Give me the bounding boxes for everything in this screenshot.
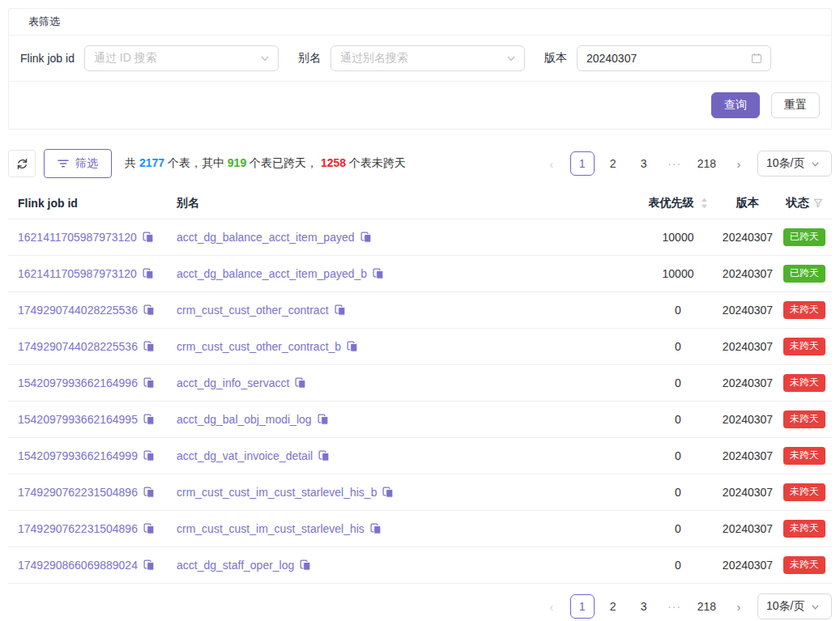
pagination-page-2[interactable]: 2 (601, 594, 625, 619)
job-id-link[interactable]: 1621411705987973120 (18, 267, 137, 280)
filter-footer: 查询 重置 (9, 82, 831, 129)
copy-icon[interactable] (373, 268, 384, 279)
filter-drawer-button[interactable]: 筛选 (44, 149, 112, 178)
page-size-select[interactable]: 10条/页 (757, 151, 832, 177)
copy-icon[interactable] (347, 341, 358, 352)
copy-icon[interactable] (360, 232, 372, 243)
alias-select[interactable]: 通过别名搜索 (330, 45, 525, 71)
version-cell: 20240307 (718, 304, 777, 317)
job-id-link[interactable]: 1749290744028225536 (18, 304, 138, 317)
priority-cell: 0 (637, 413, 718, 426)
column-header-status[interactable]: 状态 (777, 196, 832, 211)
job-id-link[interactable]: 1542097993662164999 (18, 449, 138, 462)
copy-icon[interactable] (143, 232, 154, 243)
refresh-button[interactable] (8, 150, 36, 177)
alias-link[interactable]: acct_dg_vat_invoice_detail (177, 449, 313, 462)
copy-icon[interactable] (143, 377, 155, 389)
version-cell: 20240307 (718, 376, 777, 389)
filter-drawer-button-label: 筛选 (75, 156, 98, 171)
flink-job-id-select[interactable]: 通过 ID 搜索 (84, 45, 279, 71)
copy-icon[interactable] (335, 304, 346, 316)
field-alias: 别名 通过别名搜索 (298, 45, 525, 71)
alias-link[interactable]: crm_cust_cust_im_cust_starlevel_his_b (177, 486, 377, 499)
copy-icon[interactable] (143, 304, 155, 316)
table-row: 1749290744028225536 crm_cust_cust_other_… (8, 329, 832, 365)
copy-icon[interactable] (143, 341, 155, 352)
alias-link[interactable]: acct_dg_info_servacct (177, 376, 289, 389)
alias-placeholder: 通过别名搜索 (340, 51, 408, 66)
pagination-page-1[interactable]: 1 (570, 594, 595, 619)
copy-icon[interactable] (143, 559, 155, 571)
pagination-next-icon[interactable]: › (727, 594, 751, 619)
priority-cell: 0 (637, 486, 718, 499)
pagination-page-3[interactable]: 3 (632, 594, 656, 619)
alias-link[interactable]: crm_cust_cust_other_contract (177, 304, 329, 317)
chevron-down-icon (506, 53, 516, 63)
sorter-icon[interactable] (701, 198, 708, 209)
page-size-select[interactable]: 10条/页 (757, 593, 832, 619)
pagination-next-icon[interactable]: › (727, 151, 751, 176)
alias-link[interactable]: acct_dg_balance_acct_item_payed (177, 231, 355, 244)
column-header-priority[interactable]: 表优先级 (637, 196, 718, 211)
page: 表筛选 Flink job id 通过 ID 搜索 别名 通过别名搜索 (0, 0, 840, 619)
copy-icon[interactable] (143, 450, 155, 461)
filter-card: 表筛选 Flink job id 通过 ID 搜索 别名 通过别名搜索 (8, 8, 832, 130)
table-row: 1621411705987973120 acct_dg_balance_acct… (8, 256, 832, 292)
query-button[interactable]: 查询 (711, 92, 760, 118)
pagination-page-218[interactable]: 218 (693, 594, 720, 619)
copy-icon[interactable] (143, 414, 155, 425)
copy-icon[interactable] (143, 268, 154, 279)
pagination-page-2[interactable]: 2 (601, 151, 625, 176)
column-header-flink-job-id: Flink job id (8, 197, 167, 210)
job-id-link[interactable]: 1542097993662164995 (18, 413, 138, 426)
filter-form: Flink job id 通过 ID 搜索 别名 通过别名搜索 (9, 36, 831, 82)
job-id-link[interactable]: 1542097993662164996 (18, 376, 138, 389)
pagination: ‹123···218› (539, 594, 751, 619)
status-badge: 未跨天 (783, 483, 825, 501)
alias-link[interactable]: acct_dg_staff_oper_log (177, 559, 294, 572)
table-count-summary: 共 2177 个表，其中 919 个表已跨天， 1258 个表未跨天 (125, 156, 406, 171)
version-cell: 20240307 (718, 231, 777, 244)
version-cell: 20240307 (718, 559, 777, 572)
column-header-alias: 别名 (167, 196, 637, 211)
priority-cell: 10000 (637, 231, 718, 244)
calendar-icon (751, 53, 762, 64)
job-id-link[interactable]: 1749290762231504896 (18, 522, 138, 535)
funnel-filter-icon[interactable] (813, 198, 823, 208)
alias-link[interactable]: acct_dg_balance_acct_item_payed_b (177, 267, 367, 280)
priority-cell: 0 (637, 340, 718, 353)
pagination-page-1[interactable]: 1 (570, 151, 595, 176)
copy-icon[interactable] (143, 487, 155, 498)
status-badge: 未跨天 (783, 447, 825, 465)
status-badge: 未跨天 (783, 338, 825, 355)
copy-icon[interactable] (370, 523, 382, 534)
job-id-link[interactable]: 1749290744028225536 (18, 340, 138, 353)
copy-icon[interactable] (300, 559, 311, 571)
copy-icon[interactable] (382, 487, 394, 498)
bottom-pagination-bar: ‹123···218› 10条/页 (8, 584, 832, 619)
crossed-count: 919 (228, 156, 246, 169)
job-id-link[interactable]: 1621411705987973120 (18, 231, 137, 244)
page-size-value: 10条/页 (766, 156, 804, 171)
pagination-page-3[interactable]: 3 (632, 151, 656, 176)
pagination-page-218[interactable]: 218 (693, 151, 720, 176)
reset-button[interactable]: 重置 (771, 92, 820, 118)
chevron-down-icon (811, 160, 820, 168)
version-date-input[interactable]: 20240307 (577, 45, 771, 71)
alias-link[interactable]: acct_dg_bal_obj_modi_log (177, 413, 312, 426)
status-badge: 未跨天 (783, 410, 825, 428)
copy-icon[interactable] (143, 523, 155, 534)
copy-icon[interactable] (318, 414, 329, 425)
copy-icon[interactable] (295, 377, 306, 389)
priority-cell: 0 (637, 522, 718, 535)
alias-link[interactable]: crm_cust_cust_im_cust_starlevel_his (177, 522, 365, 535)
pagination-prev-icon[interactable]: ‹ (539, 151, 564, 176)
pagination-prev-icon[interactable]: ‹ (539, 594, 564, 619)
job-id-link[interactable]: 1749290866069889024 (18, 559, 138, 572)
table-row: 1749290762231504896 crm_cust_cust_im_cus… (8, 511, 832, 547)
priority-cell: 10000 (637, 267, 718, 280)
job-id-link[interactable]: 1749290762231504896 (18, 486, 138, 499)
alias-link[interactable]: crm_cust_cust_other_contract_b (177, 340, 341, 353)
copy-icon[interactable] (318, 450, 330, 461)
status-badge: 未跨天 (783, 520, 825, 538)
